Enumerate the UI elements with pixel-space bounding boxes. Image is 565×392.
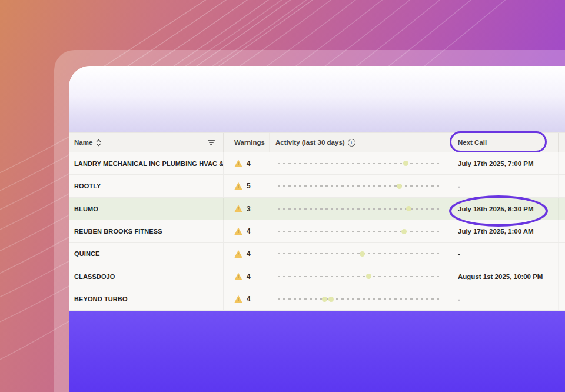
filler-cell [558,220,565,242]
card-top-gradient [69,66,565,132]
filler-cell [558,265,565,287]
warning-count: 4 [247,295,251,303]
filler-cell [558,198,565,220]
company-name-cell: LANDRY MECHANICAL INC PLUMBING HVAC & E [69,152,224,174]
activity-sparkline [278,251,440,257]
warnings-cell: ! 4 [224,265,270,287]
activity-sparkline [278,161,440,166]
warning-count: 4 [247,160,251,168]
company-name-cell: BEYOND TURBO [69,288,224,310]
warnings-cell: ! 3 [224,198,270,220]
activity-dot [366,274,371,279]
column-header-activity[interactable]: Activity (last 30 days) i [270,133,448,152]
column-header-warnings-label: Warnings [234,139,265,146]
activity-dot [397,184,402,189]
company-name-cell: ROOTLY [69,175,224,197]
activity-sparkline [278,297,440,302]
warning-count: 3 [247,205,251,213]
column-header-filler [558,133,565,152]
warning-triangle-icon: ! [234,295,242,303]
app-window-card: Name Warnings Activity (last 30 days) i … [69,66,565,392]
warning-triangle-icon: ! [234,228,242,235]
company-name-cell: REUBEN BROOKS FITNESS [69,220,224,242]
activity-dot [403,161,408,166]
warning-triangle-icon: ! [234,182,242,190]
activity-cell [270,288,448,310]
activity-cell [270,243,448,265]
warning-triangle-icon: ! [234,250,242,258]
column-header-activity-label: Activity (last 30 days) [275,139,345,146]
next-call-cell: July 17th 2025, 1:00 AM [448,220,558,242]
table-row[interactable]: QUINCE ! 4 - [69,243,565,265]
column-header-warnings[interactable]: Warnings [224,133,270,152]
activity-dot [401,229,407,234]
table-row[interactable]: CLASSDOJO ! 4 August 1st 2025, 10:00 PM [69,265,565,288]
warning-triangle-icon: ! [234,160,242,167]
table-row[interactable]: ROOTLY ! 5 - [69,175,565,197]
next-call-cell: August 1st 2025, 10:00 PM [448,265,558,287]
next-call-cell: - [448,175,558,197]
info-icon[interactable]: i [348,139,355,147]
marketing-screenshot: Name Warnings Activity (last 30 days) i … [0,0,565,392]
next-call-cell: July 17th 2025, 7:00 PM [448,152,558,174]
next-call-cell: - [448,243,558,265]
filler-cell [558,288,565,310]
column-header-next-call-label: Next Call [458,139,487,146]
next-call-cell: July 18th 2025, 8:30 PM [448,198,558,220]
column-header-name-label: Name [74,139,92,146]
table-row[interactable]: BEYOND TURBO ! 4 - [69,288,565,311]
table-body: LANDRY MECHANICAL INC PLUMBING HVAC & E … [69,152,565,311]
table-row[interactable]: BLUMO ! 3 July 18th 2025, 8:30 PM [69,198,565,220]
warning-count: 5 [247,182,251,190]
table-header-row: Name Warnings Activity (last 30 days) i … [69,132,565,152]
filter-icon[interactable] [208,140,215,145]
activity-dot [328,297,334,302]
activity-cell [270,198,448,220]
company-name-cell: BLUMO [69,198,224,220]
table-row[interactable]: REUBEN BROOKS FITNESS ! 4 July 17th 2025… [69,220,565,242]
activity-sparkline [278,206,440,211]
warning-count: 4 [247,250,251,258]
activity-cell [270,220,448,242]
filler-cell [558,175,565,197]
column-header-name[interactable]: Name [69,133,224,152]
filler-cell [558,243,565,265]
warnings-cell: ! 4 [224,152,270,174]
warning-count: 4 [247,273,251,281]
warnings-cell: ! 4 [224,288,270,310]
next-call-cell: - [448,288,558,310]
warning-count: 4 [247,227,251,235]
activity-dot [360,251,365,257]
sort-chevrons-icon[interactable] [96,139,101,147]
table-row[interactable]: LANDRY MECHANICAL INC PLUMBING HVAC & E … [69,152,565,175]
activity-sparkline [278,229,440,234]
warnings-cell: ! 4 [224,220,270,242]
activity-cell [270,265,448,287]
company-name-cell: QUINCE [69,243,224,265]
warning-triangle-icon: ! [234,273,242,280]
column-header-next-call[interactable]: Next Call [448,133,558,152]
warnings-cell: ! 5 [224,175,270,197]
warning-triangle-icon: ! [234,205,242,212]
activity-dot [406,206,411,211]
card-bottom-purple-band [69,311,565,392]
filler-cell [558,152,565,174]
activity-sparkline [278,274,440,279]
activity-dot [322,297,327,302]
warnings-cell: ! 4 [224,243,270,265]
activity-cell [270,175,448,197]
activity-sparkline [278,184,440,189]
activity-cell [270,152,448,174]
company-name-cell: CLASSDOJO [69,265,224,287]
